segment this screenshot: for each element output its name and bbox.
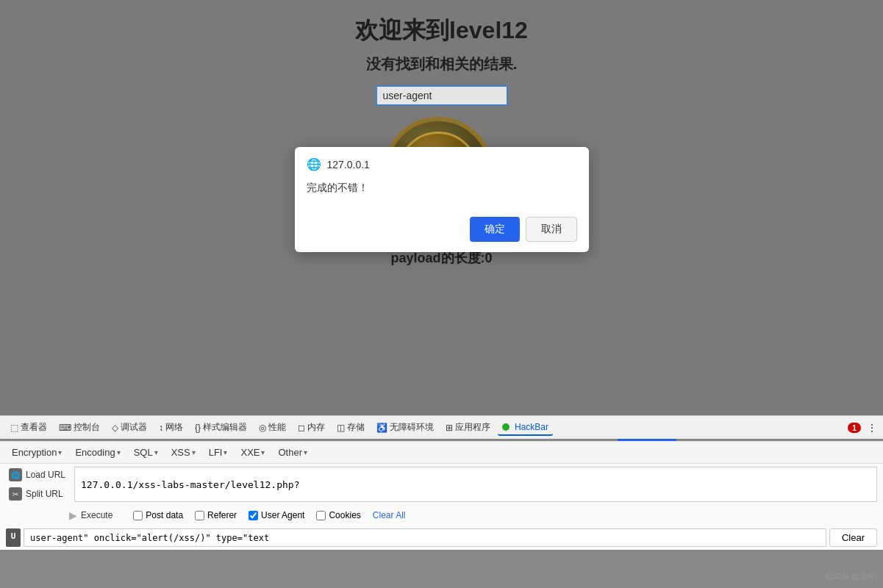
encryption-chevron-icon: ▾ xyxy=(58,448,62,456)
console-icon: ⌨ xyxy=(59,423,71,433)
memory-icon: ◻ xyxy=(298,423,305,433)
clear-button[interactable]: Clear xyxy=(829,528,877,547)
post-data-label: Post data xyxy=(146,510,183,520)
menu-lfi[interactable]: LFI ▾ xyxy=(203,445,234,460)
devtools-bar: ⬚ 查看器 ⌨ 控制台 ◇ 调试器 ↕ 网络 {} 样式编辑器 ◎ 性能 ◻ 内… xyxy=(0,415,883,439)
memory-label: 内存 xyxy=(307,421,325,434)
devtools-tab-console[interactable]: ⌨ 控制台 xyxy=(54,419,104,436)
inspector-label: 查看器 xyxy=(21,421,47,434)
payload-input[interactable] xyxy=(24,528,826,547)
application-label: 应用程序 xyxy=(455,421,490,434)
referer-checkbox-label[interactable]: Referer xyxy=(195,510,237,520)
dialog-header: 🌐 127.0.0.1 xyxy=(295,147,589,174)
referer-label: Referer xyxy=(207,510,237,520)
debugger-icon: ◇ xyxy=(112,423,118,433)
dialog-message: 完成的不错！ xyxy=(307,182,368,193)
dialog-body: 完成的不错！ xyxy=(295,174,589,209)
sql-chevron-icon: ▾ xyxy=(154,448,158,456)
hackbar-options: ▶ Execute Post data Referer User Agent C… xyxy=(0,505,883,526)
inspector-icon: ⬚ xyxy=(10,423,18,433)
xss-chevron-icon: ▾ xyxy=(192,448,196,456)
load-url-button[interactable]: 🌐 Load URL xyxy=(6,467,68,483)
xxe-label: XXE xyxy=(240,447,260,458)
network-icon: ↕ xyxy=(159,423,163,433)
dialog-box: 🌐 127.0.0.1 完成的不错！ 确定 取消 xyxy=(295,147,589,252)
encryption-label: Encryption xyxy=(12,447,57,458)
devtools-tab-storage[interactable]: ◫ 存储 xyxy=(332,419,369,436)
post-data-checkbox[interactable] xyxy=(133,511,143,520)
referer-checkbox[interactable] xyxy=(195,511,204,520)
cookies-checkbox-label[interactable]: Cookies xyxy=(316,510,360,520)
devtools-tab-inspector[interactable]: ⬚ 查看器 xyxy=(6,419,51,436)
clear-all-button[interactable]: Clear All xyxy=(373,510,406,520)
storage-icon: ◫ xyxy=(337,423,345,433)
user-agent-label: User Agent xyxy=(261,510,304,520)
devtools-tab-memory[interactable]: ◻ 内存 xyxy=(293,419,329,436)
payload-prefix-label: U xyxy=(6,528,21,547)
devtools-more-icon[interactable]: ⋮ xyxy=(867,422,877,434)
xss-label: XSS xyxy=(171,447,190,458)
encoding-label: Encoding xyxy=(75,447,115,458)
menu-xxe[interactable]: XXE ▾ xyxy=(235,445,271,460)
devtools-tab-accessibility[interactable]: ♿ 无障碍环境 xyxy=(372,419,438,436)
load-url-icon: 🌐 xyxy=(9,468,22,481)
other-label: Other xyxy=(278,447,302,458)
menu-other[interactable]: Other ▾ xyxy=(272,445,313,460)
debugger-label: 调试器 xyxy=(121,421,147,434)
dialog-cancel-button[interactable]: 取消 xyxy=(526,217,577,242)
xxe-chevron-icon: ▾ xyxy=(261,448,265,456)
menu-sql[interactable]: SQL ▾ xyxy=(128,445,164,460)
hackbar-area: Encryption ▾ Encoding ▾ SQL ▾ XSS ▾ LFI … xyxy=(0,441,883,550)
execute-label: Execute xyxy=(81,510,112,520)
accessibility-label: 无障碍环境 xyxy=(390,421,434,434)
post-data-checkbox-label[interactable]: Post data xyxy=(133,510,183,520)
devtools-tab-application[interactable]: ⊞ 应用程序 xyxy=(441,419,495,436)
console-label: 控制台 xyxy=(74,421,100,434)
dialog-confirm-button[interactable]: 确定 xyxy=(470,217,520,242)
sql-label: SQL xyxy=(134,447,153,458)
dialog-host: 127.0.0.1 xyxy=(327,159,370,171)
style-editor-label: 样式编辑器 xyxy=(203,421,247,434)
devtools-tab-network[interactable]: ↕ 网络 xyxy=(154,419,187,436)
lfi-label: LFI xyxy=(209,447,223,458)
devtools-tab-performance[interactable]: ◎ 性能 xyxy=(254,419,290,436)
user-agent-checkbox-label[interactable]: User Agent xyxy=(249,510,304,520)
execute-button[interactable]: ▶ Execute xyxy=(66,508,115,523)
dialog-overlay: 🌐 127.0.0.1 完成的不错！ 确定 取消 xyxy=(0,0,883,415)
user-agent-checkbox[interactable] xyxy=(249,511,258,520)
menu-xss[interactable]: XSS ▾ xyxy=(165,445,201,460)
hackbar-dot-icon xyxy=(502,423,510,431)
storage-label: 存储 xyxy=(347,421,365,434)
url-input-container xyxy=(74,467,877,502)
payload-area: U Clear xyxy=(0,526,883,550)
devtools-tab-style-editor[interactable]: {} 样式编辑器 xyxy=(190,419,251,436)
error-count-badge: 1 xyxy=(848,423,861,433)
devtools-tab-hackbar[interactable]: HackBar xyxy=(498,420,553,436)
load-url-label: Load URL xyxy=(26,470,65,480)
hackbar-url-row: 🌐 Load URL ✂ Split URL xyxy=(0,464,883,505)
dialog-footer: 确定 取消 xyxy=(295,209,589,252)
main-content: 欢迎来到level12 没有找到和相关的结果. LV 12 payload的长度… xyxy=(0,0,883,415)
hackbar-actions: 🌐 Load URL ✂ Split URL xyxy=(6,467,68,502)
cookies-checkbox[interactable] xyxy=(316,511,326,520)
accessibility-icon: ♿ xyxy=(376,423,387,433)
execute-icon: ▶ xyxy=(69,509,77,521)
encoding-chevron-icon: ▾ xyxy=(117,448,121,456)
devtools-tab-debugger[interactable]: ◇ 调试器 xyxy=(107,419,151,436)
cookies-label: Cookies xyxy=(329,510,360,520)
style-editor-icon: {} xyxy=(195,423,201,433)
split-url-icon: ✂ xyxy=(9,487,22,501)
menu-encoding[interactable]: Encoding ▾ xyxy=(69,445,126,460)
split-url-button[interactable]: ✂ Split URL xyxy=(6,486,68,502)
hackbar-label: HackBar xyxy=(515,422,548,432)
url-input[interactable] xyxy=(74,467,877,502)
globe-icon: 🌐 xyxy=(307,157,321,171)
menu-encryption[interactable]: Encryption ▾ xyxy=(6,445,68,460)
performance-label: 性能 xyxy=(268,421,286,434)
performance-icon: ◎ xyxy=(259,423,266,433)
split-url-label: Split URL xyxy=(26,489,63,499)
csdn-watermark: CSDN @流年i xyxy=(826,571,877,582)
other-chevron-icon: ▾ xyxy=(304,448,307,456)
hackbar-menu: Encryption ▾ Encoding ▾ SQL ▾ XSS ▾ LFI … xyxy=(0,442,883,464)
network-label: 网络 xyxy=(165,421,183,434)
